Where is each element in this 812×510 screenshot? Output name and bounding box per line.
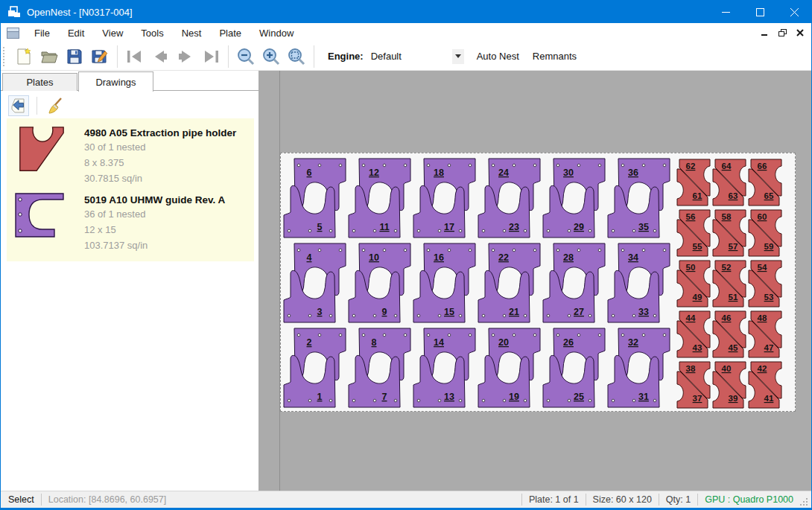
menu-view[interactable]: View xyxy=(93,25,132,42)
new-button[interactable] xyxy=(11,45,37,68)
open-button[interactable] xyxy=(37,45,62,68)
part-hole xyxy=(482,314,485,317)
part-number: 2 xyxy=(307,337,312,348)
menu-nest[interactable]: Nest xyxy=(173,25,211,42)
mdi-document-icon[interactable] xyxy=(7,28,19,39)
part-number: 48 xyxy=(758,313,767,322)
nest-pair-red: 6261 xyxy=(677,159,710,205)
remnants-button[interactable]: Remnants xyxy=(526,46,583,66)
nest-pair-red: 6463 xyxy=(713,159,746,205)
engine-combobox[interactable]: Default xyxy=(368,48,449,66)
menu-edit[interactable]: Edit xyxy=(59,25,93,42)
close-button[interactable] xyxy=(777,1,811,23)
part-hole xyxy=(329,314,332,317)
part-hole xyxy=(577,334,580,337)
zoom-fit-button[interactable] xyxy=(284,45,309,68)
part-hole xyxy=(632,399,635,402)
part-hole xyxy=(503,399,506,402)
engine-dropdown-button[interactable] xyxy=(452,49,464,64)
nest-canvas[interactable]: 6512111817242330293635431091615222128273… xyxy=(258,71,811,492)
engine-value: Default xyxy=(371,51,402,62)
next-plate-button[interactable] xyxy=(173,45,198,68)
part-number: 31 xyxy=(638,392,649,402)
part-hole xyxy=(417,399,420,402)
maximize-icon xyxy=(756,8,764,16)
toolbar-grip[interactable] xyxy=(3,47,7,66)
part-hole xyxy=(589,399,591,402)
part-number: 66 xyxy=(758,162,767,170)
first-plate-button[interactable] xyxy=(122,45,148,68)
plate-qty: Qty: 1 xyxy=(666,494,691,505)
part-hole xyxy=(352,399,355,402)
part-hole xyxy=(524,399,527,402)
menu-window[interactable]: Window xyxy=(250,25,302,42)
part-number: 37 xyxy=(693,394,702,403)
menu-tools[interactable]: Tools xyxy=(132,25,172,42)
part-hole xyxy=(524,229,527,232)
part-number: 17 xyxy=(444,222,454,232)
part-hole xyxy=(621,334,624,337)
part-number: 1 xyxy=(317,392,323,402)
opennest-window: OpenNest - [N0317-004] File Edit View To… xyxy=(0,0,812,510)
clear-drawings-button[interactable] xyxy=(45,95,66,116)
part-hole xyxy=(547,399,550,402)
drawing-thumbnail-purple xyxy=(14,192,66,240)
nest-pair-purple: 3433 xyxy=(608,243,670,322)
close-icon xyxy=(790,8,799,16)
part-hole xyxy=(318,334,321,337)
part-number: 5 xyxy=(317,222,323,232)
part-number: 20 xyxy=(498,337,509,348)
drawing-nested: 30 of 1 nested xyxy=(84,141,236,154)
chevron-down-icon xyxy=(455,54,461,58)
part-hole xyxy=(632,314,635,317)
part-number: 10 xyxy=(369,252,379,263)
part-hole xyxy=(621,164,624,167)
drawing-nested: 36 of 1 nested xyxy=(84,208,225,221)
save-as-button[interactable] xyxy=(87,45,112,68)
save-icon xyxy=(66,48,83,66)
part-hole xyxy=(288,399,291,402)
drawing-title: 4980 A05 Extraction pipe holder xyxy=(84,127,236,138)
previous-plate-icon xyxy=(150,48,170,65)
plate[interactable]: 6512111817242330293635431091615222128273… xyxy=(280,153,796,412)
menu-file[interactable]: File xyxy=(25,25,59,42)
mdi-minimize-button[interactable] xyxy=(758,26,771,39)
part-hole xyxy=(339,249,342,252)
part-hole xyxy=(339,334,342,337)
nest-pair-red: 4645 xyxy=(713,311,746,357)
part-number: 47 xyxy=(764,343,774,352)
part-hole xyxy=(308,399,311,402)
mdi-restore-button[interactable] xyxy=(775,26,789,39)
part-hole xyxy=(469,334,472,337)
part-number: 54 xyxy=(758,263,767,272)
part-hole xyxy=(568,314,571,317)
previous-plate-button[interactable] xyxy=(148,45,173,68)
part-number: 33 xyxy=(638,307,649,317)
auto-nest-button[interactable]: Auto Nest xyxy=(470,46,526,66)
maximize-button[interactable] xyxy=(743,1,777,23)
drawing-item-5019[interactable]: 5019 A10 UHMW guide Rev. A 36 of 1 neste… xyxy=(7,188,254,255)
part-hole xyxy=(556,164,559,167)
part-hole xyxy=(394,314,397,317)
part-number: 55 xyxy=(693,242,702,251)
zoom-in-button[interactable] xyxy=(258,45,284,68)
menu-plate[interactable]: Plate xyxy=(210,25,250,42)
drawing-item-4980[interactable]: 4980 A05 Extraction pipe holder 30 of 1 … xyxy=(7,121,254,188)
import-drawing-button[interactable] xyxy=(8,95,29,116)
zoom-out-button[interactable] xyxy=(233,45,258,68)
tab-plates[interactable]: Plates xyxy=(2,73,77,91)
mdi-close-button[interactable] xyxy=(793,26,807,39)
engine-label: Engine: xyxy=(328,51,364,62)
mdi-close-icon xyxy=(796,29,804,36)
save-button[interactable] xyxy=(62,45,87,68)
part-hole xyxy=(362,334,365,337)
part-hole xyxy=(598,249,601,252)
app-icon xyxy=(7,6,21,18)
nest-pair-purple: 1413 xyxy=(413,328,475,407)
part-hole xyxy=(404,164,407,167)
resize-grip[interactable] xyxy=(799,497,808,506)
minimize-button[interactable] xyxy=(708,1,743,23)
last-plate-button[interactable] xyxy=(198,45,223,68)
tab-drawings[interactable]: Drawings xyxy=(78,71,153,92)
part-number: 26 xyxy=(563,337,574,348)
